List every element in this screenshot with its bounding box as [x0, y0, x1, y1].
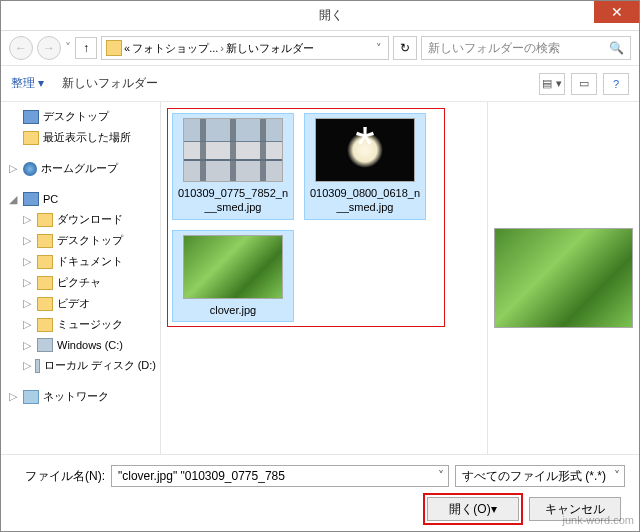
file-thumb[interactable]: 010309_0775_7852_n__smed.jpg [172, 113, 294, 220]
close-button[interactable]: ✕ [594, 1, 639, 23]
search-icon: 🔍 [609, 41, 624, 55]
up-button[interactable]: ↑ [75, 37, 97, 59]
nav-bar: ← → ˅ ↑ « フォトショップ... › 新しいフォルダー ˅ ↻ 新しいフ… [1, 31, 639, 66]
path-dropdown-icon[interactable]: ˅ [374, 42, 384, 55]
search-placeholder: 新しいフォルダーの検索 [428, 40, 560, 57]
file-list[interactable]: 010309_0775_7852_n__smed.jpg 010309_0800… [161, 102, 487, 454]
tree-documents[interactable]: ▷ドキュメント [5, 251, 160, 272]
tree-videos[interactable]: ▷ビデオ [5, 293, 160, 314]
thumbnail-icon [183, 235, 283, 299]
new-folder-button[interactable]: 新しいフォルダー [62, 75, 158, 92]
body: デスクトップ 最近表示した場所 ▷ホームグループ ◢PC ▷ダウンロード ▷デス… [1, 102, 639, 454]
help-button[interactable]: ? [603, 73, 629, 95]
preview-pane [487, 102, 639, 454]
refresh-button[interactable]: ↻ [393, 36, 417, 60]
preview-toggle-button[interactable]: ▭ [571, 73, 597, 95]
tree-ddrive[interactable]: ▷ローカル ディスク (D:) [5, 355, 160, 376]
forward-button[interactable]: → [37, 36, 61, 60]
file-thumb[interactable]: 010309_0800_0618_n__smed.jpg [304, 113, 426, 220]
crumb-2[interactable]: 新しいフォルダー [226, 41, 314, 56]
tree-downloads[interactable]: ▷ダウンロード [5, 209, 160, 230]
nav-tree[interactable]: デスクトップ 最近表示した場所 ▷ホームグループ ◢PC ▷ダウンロード ▷デス… [1, 102, 161, 454]
tree-desktop[interactable]: デスクトップ [5, 106, 160, 127]
search-input[interactable]: 新しいフォルダーの検索 🔍 [421, 36, 631, 60]
chevron-right-icon: › [220, 42, 224, 54]
selection-highlight: 010309_0775_7852_n__smed.jpg 010309_0800… [167, 108, 445, 327]
tree-pictures[interactable]: ▷ピクチャ [5, 272, 160, 293]
filename-label: ファイル名(N): [15, 468, 105, 485]
title-bar: 開く ✕ [1, 1, 639, 31]
thumbnail-icon [315, 118, 415, 182]
history-dropdown-icon[interactable]: ˅ [65, 41, 71, 55]
thumbnail-icon [183, 118, 283, 182]
tree-recent[interactable]: 最近表示した場所 [5, 127, 160, 148]
open-button[interactable]: 開く(O) ▾ [427, 497, 519, 521]
file-label: 010309_0775_7852_n__smed.jpg [177, 186, 289, 215]
filename-input[interactable]: "clover.jpg" "010309_0775_785 [111, 465, 449, 487]
cancel-button[interactable]: キャンセル [529, 497, 621, 521]
filetype-filter[interactable]: すべてのファイル形式 (*.*) [455, 465, 625, 487]
breadcrumb[interactable]: « フォトショップ... › 新しいフォルダー ˅ [101, 36, 389, 60]
crumb-1[interactable]: フォトショップ... [132, 41, 218, 56]
open-dialog: 開く ✕ ← → ˅ ↑ « フォトショップ... › 新しいフォルダー ˅ ↻… [0, 0, 640, 532]
tree-music[interactable]: ▷ミュージック [5, 314, 160, 335]
back-button[interactable]: ← [9, 36, 33, 60]
view-mode-button[interactable]: ▤ ▾ [539, 73, 565, 95]
file-label: clover.jpg [210, 303, 256, 317]
tree-homegroup[interactable]: ▷ホームグループ [5, 158, 160, 179]
organize-menu[interactable]: 整理 ▾ [11, 75, 44, 92]
tree-pc[interactable]: ◢PC [5, 189, 160, 209]
preview-image [494, 228, 633, 328]
file-thumb[interactable]: clover.jpg [172, 230, 294, 322]
file-label: 010309_0800_0618_n__smed.jpg [309, 186, 421, 215]
window-title: 開く [23, 7, 639, 24]
folder-icon [106, 40, 122, 56]
tree-desktop2[interactable]: ▷デスクトップ [5, 230, 160, 251]
toolbar: 整理 ▾ 新しいフォルダー ▤ ▾ ▭ ? [1, 66, 639, 102]
tree-network[interactable]: ▷ネットワーク [5, 386, 160, 407]
crumb-sep: « [124, 42, 130, 54]
tree-cdrive[interactable]: ▷Windows (C:) [5, 335, 160, 355]
footer: ファイル名(N): "clover.jpg" "010309_0775_785 … [1, 454, 639, 531]
